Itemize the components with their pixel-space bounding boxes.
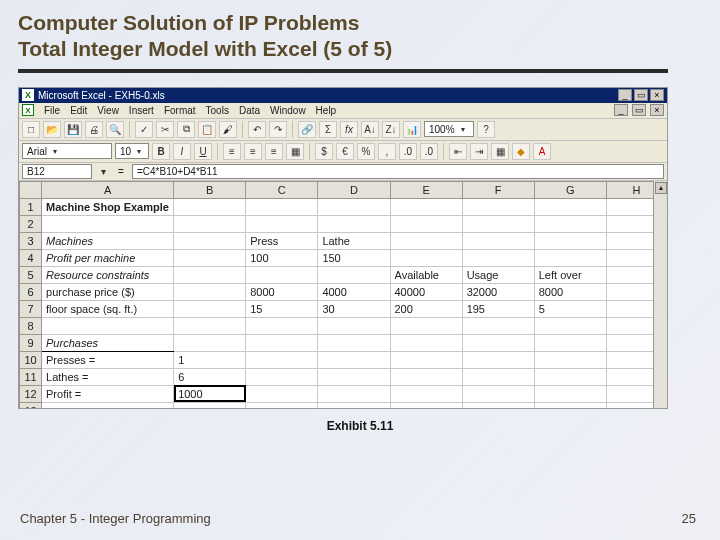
cell-E9[interactable] bbox=[390, 334, 462, 351]
doc-close-button[interactable]: × bbox=[650, 104, 664, 116]
sort-desc-icon[interactable]: Z↓ bbox=[382, 121, 400, 138]
cell-G12[interactable] bbox=[534, 385, 606, 402]
cell-B2[interactable] bbox=[174, 215, 246, 232]
cell-A12[interactable]: Profit = bbox=[42, 385, 174, 402]
restore-button[interactable]: ▭ bbox=[634, 89, 648, 101]
align-right-icon[interactable]: ≡ bbox=[265, 143, 283, 160]
row-header-2[interactable]: 2 bbox=[20, 215, 42, 232]
cell-E2[interactable] bbox=[390, 215, 462, 232]
cell-F7[interactable]: 195 bbox=[462, 300, 534, 317]
cell-G9[interactable] bbox=[534, 334, 606, 351]
font-select[interactable]: Arial▾ bbox=[22, 143, 112, 159]
cell-G13[interactable] bbox=[534, 402, 606, 408]
doc-restore-button[interactable]: ▭ bbox=[632, 104, 646, 116]
cell-A7[interactable]: floor space (sq. ft.) bbox=[42, 300, 174, 317]
bold-icon[interactable]: B bbox=[152, 143, 170, 160]
cell-B13[interactable] bbox=[174, 402, 246, 408]
cell-E8[interactable] bbox=[390, 317, 462, 334]
cell-G6[interactable]: 8000 bbox=[534, 283, 606, 300]
col-header-F[interactable]: F bbox=[462, 181, 534, 198]
cell-A9[interactable]: Purchases bbox=[42, 334, 174, 351]
row-header-8[interactable]: 8 bbox=[20, 317, 42, 334]
cell-A1[interactable]: Machine Shop Example bbox=[42, 198, 174, 215]
doc-minimize-button[interactable]: _ bbox=[614, 104, 628, 116]
cell-D10[interactable] bbox=[318, 351, 390, 368]
cell-B4[interactable] bbox=[174, 249, 246, 266]
cell-B8[interactable] bbox=[174, 317, 246, 334]
cell-A11[interactable]: Lathes = bbox=[42, 368, 174, 385]
undo-icon[interactable]: ↶ bbox=[248, 121, 266, 138]
row-header-3[interactable]: 3 bbox=[20, 232, 42, 249]
cell-F8[interactable] bbox=[462, 317, 534, 334]
cell-B1[interactable] bbox=[174, 198, 246, 215]
cell-A3[interactable]: Machines bbox=[42, 232, 174, 249]
col-header-E[interactable]: E bbox=[390, 181, 462, 198]
sort-asc-icon[interactable]: A↓ bbox=[361, 121, 379, 138]
inc-indent-icon[interactable]: ⇥ bbox=[470, 143, 488, 160]
cell-A8[interactable] bbox=[42, 317, 174, 334]
cell-C7[interactable]: 15 bbox=[246, 300, 318, 317]
chart-icon[interactable]: 📊 bbox=[403, 121, 421, 138]
vertical-scrollbar[interactable]: ▴ bbox=[653, 181, 667, 408]
row-header-7[interactable]: 7 bbox=[20, 300, 42, 317]
cell-C11[interactable] bbox=[246, 368, 318, 385]
col-header-A[interactable]: A bbox=[42, 181, 174, 198]
cell-G7[interactable]: 5 bbox=[534, 300, 606, 317]
cell-D12[interactable] bbox=[318, 385, 390, 402]
cell-D3[interactable]: Lathe bbox=[318, 232, 390, 249]
cell-F4[interactable] bbox=[462, 249, 534, 266]
cell-B10[interactable]: 1 bbox=[174, 351, 246, 368]
worksheet-grid[interactable]: ABCDEFGH1Machine Shop Example23MachinesP… bbox=[19, 181, 667, 408]
col-header-G[interactable]: G bbox=[534, 181, 606, 198]
comma-icon[interactable]: , bbox=[378, 143, 396, 160]
row-header-1[interactable]: 1 bbox=[20, 198, 42, 215]
cell-C12[interactable] bbox=[246, 385, 318, 402]
minimize-button[interactable]: _ bbox=[618, 89, 632, 101]
fx-icon[interactable]: fx bbox=[340, 121, 358, 138]
cell-B9[interactable] bbox=[174, 334, 246, 351]
cell-D1[interactable] bbox=[318, 198, 390, 215]
corner-cell[interactable] bbox=[20, 181, 42, 198]
cell-G3[interactable] bbox=[534, 232, 606, 249]
cell-C10[interactable] bbox=[246, 351, 318, 368]
row-header-4[interactable]: 4 bbox=[20, 249, 42, 266]
new-icon[interactable]: □ bbox=[22, 121, 40, 138]
cell-F10[interactable] bbox=[462, 351, 534, 368]
cell-D9[interactable] bbox=[318, 334, 390, 351]
cell-E7[interactable]: 200 bbox=[390, 300, 462, 317]
cell-F6[interactable]: 32000 bbox=[462, 283, 534, 300]
col-header-B[interactable]: B bbox=[174, 181, 246, 198]
preview-icon[interactable]: 🔍 bbox=[106, 121, 124, 138]
cell-E10[interactable] bbox=[390, 351, 462, 368]
cell-D13[interactable] bbox=[318, 402, 390, 408]
cut-icon[interactable]: ✂ bbox=[156, 121, 174, 138]
cell-F13[interactable] bbox=[462, 402, 534, 408]
cell-F11[interactable] bbox=[462, 368, 534, 385]
sum-icon[interactable]: Σ bbox=[319, 121, 337, 138]
menu-view[interactable]: View bbox=[97, 105, 119, 116]
menu-window[interactable]: Window bbox=[270, 105, 306, 116]
cell-E1[interactable] bbox=[390, 198, 462, 215]
row-header-9[interactable]: 9 bbox=[20, 334, 42, 351]
cell-C3[interactable]: Press bbox=[246, 232, 318, 249]
cell-F9[interactable] bbox=[462, 334, 534, 351]
cell-D4[interactable]: 150 bbox=[318, 249, 390, 266]
align-left-icon[interactable]: ≡ bbox=[223, 143, 241, 160]
menu-insert[interactable]: Insert bbox=[129, 105, 154, 116]
fill-color-icon[interactable]: ◆ bbox=[512, 143, 530, 160]
cell-A4[interactable]: Profit per machine bbox=[42, 249, 174, 266]
cell-B11[interactable]: 6 bbox=[174, 368, 246, 385]
inc-decimal-icon[interactable]: .0 bbox=[399, 143, 417, 160]
print-icon[interactable]: 🖨 bbox=[85, 121, 103, 138]
copy-icon[interactable]: ⧉ bbox=[177, 121, 195, 138]
cell-D5[interactable] bbox=[318, 266, 390, 283]
scroll-up-icon[interactable]: ▴ bbox=[655, 182, 667, 194]
close-button[interactable]: × bbox=[650, 89, 664, 101]
cell-E12[interactable] bbox=[390, 385, 462, 402]
cell-D2[interactable] bbox=[318, 215, 390, 232]
currency-icon[interactable]: $ bbox=[315, 143, 333, 160]
cell-A13[interactable] bbox=[42, 402, 174, 408]
cell-D7[interactable]: 30 bbox=[318, 300, 390, 317]
cell-C1[interactable] bbox=[246, 198, 318, 215]
cell-C8[interactable] bbox=[246, 317, 318, 334]
